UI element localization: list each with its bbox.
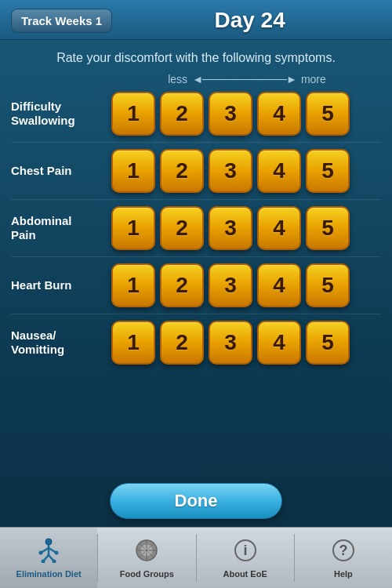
svg-text:?: ? [339,543,347,558]
rating-btn-abdominal-pain-3[interactable]: 3 [209,206,252,250]
tab-elimination-diet[interactable]: Elimination Diet [0,528,97,588]
subtitle: Rate your discomfort with the following … [11,51,381,65]
rating-buttons-chest-pain: 1 2 3 4 5 [111,149,350,193]
elimination-diet-svg [34,538,63,563]
rating-btn-heart-burn-2[interactable]: 2 [160,263,204,307]
rating-btn-heart-burn-5[interactable]: 5 [306,263,350,307]
rating-btn-difficulty-swallowing-5[interactable]: 5 [306,92,350,136]
scale-header: less ◄────────────► more [11,73,381,85]
rating-btn-difficulty-swallowing-4[interactable]: 4 [257,92,301,136]
symptom-label-abdominal-pain: AbdominalPain [11,214,111,242]
rating-btn-difficulty-swallowing-1[interactable]: 1 [111,92,155,136]
rating-btn-abdominal-pain-1[interactable]: 1 [111,206,155,250]
done-button[interactable]: Done [110,483,282,519]
food-groups-icon [134,538,159,567]
about-eoe-svg: i [233,538,258,563]
rating-btn-nausea-vomitting-1[interactable]: 1 [111,321,155,365]
scale-arrow: ◄────────────► [192,73,296,85]
rating-btn-nausea-vomitting-3[interactable]: 3 [209,321,252,365]
rating-btn-chest-pain-2[interactable]: 2 [160,149,204,193]
symptom-label-heart-burn: Heart Burn [11,278,111,292]
rating-btn-nausea-vomitting-4[interactable]: 4 [257,321,301,365]
symptom-row-abdominal-pain: AbdominalPain 1 2 3 4 5 [11,206,381,257]
main-content: Rate your discomfort with the following … [0,40,392,483]
rating-btn-heart-burn-1[interactable]: 1 [111,263,155,307]
symptom-row-difficulty-swallowing: DifficultySwallowing 1 2 3 4 5 [11,92,381,143]
food-groups-svg [134,538,159,563]
track-weeks-button[interactable]: Track Weeks 1 [11,9,112,33]
rating-btn-nausea-vomitting-5[interactable]: 5 [306,321,350,365]
tab-about-eoe-label: About EoE [223,569,267,579]
rating-btn-heart-burn-3[interactable]: 3 [209,263,252,307]
rating-btn-nausea-vomitting-2[interactable]: 2 [160,321,204,365]
rating-btn-abdominal-pain-2[interactable]: 2 [160,206,204,250]
rating-buttons-difficulty-swallowing: 1 2 3 4 5 [111,92,350,136]
app-header: Track Weeks 1 Day 24 [0,0,392,40]
symptom-label-difficulty-swallowing: DifficultySwallowing [11,100,111,128]
rating-btn-chest-pain-1[interactable]: 1 [111,149,155,193]
rating-buttons-heart-burn: 1 2 3 4 5 [111,263,350,307]
symptom-label-nausea-vomitting: Nausea/Vomitting [11,328,111,357]
symptom-row-heart-burn: Heart Burn 1 2 3 4 5 [11,263,381,314]
rating-btn-difficulty-swallowing-2[interactable]: 2 [160,92,204,136]
symptom-row-chest-pain: Chest Pain 1 2 3 4 5 [11,149,381,200]
svg-point-6 [39,551,43,555]
tab-bar: Elimination Diet Food Groups i About EoE [0,527,392,588]
svg-text:i: i [243,543,247,558]
tab-food-groups[interactable]: Food Groups [98,528,195,588]
elimination-diet-icon [34,538,63,567]
rating-btn-heart-burn-4[interactable]: 4 [257,263,301,307]
done-section: Done [0,483,392,527]
tab-food-groups-label: Food Groups [120,569,174,579]
rating-btn-chest-pain-3[interactable]: 3 [209,149,252,193]
rating-btn-chest-pain-4[interactable]: 4 [257,149,301,193]
tab-help[interactable]: ? Help [295,528,392,588]
svg-point-7 [55,551,59,555]
rating-btn-difficulty-swallowing-3[interactable]: 3 [209,92,252,136]
rating-buttons-nausea-vomitting: 1 2 3 4 5 [111,321,350,365]
help-svg: ? [331,538,356,563]
rating-btn-abdominal-pain-5[interactable]: 5 [306,206,350,250]
tab-elimination-diet-label: Elimination Diet [16,569,82,579]
rating-btn-chest-pain-5[interactable]: 5 [306,149,350,193]
day-title: Day 24 [118,8,381,33]
tab-help-label: Help [334,569,353,579]
scale-less-label: less [168,73,187,85]
symptom-label-chest-pain: Chest Pain [11,164,111,178]
svg-point-0 [45,539,52,545]
help-icon: ? [331,538,356,567]
rating-btn-abdominal-pain-4[interactable]: 4 [257,206,301,250]
tab-about-eoe[interactable]: i About EoE [197,528,294,588]
about-eoe-icon: i [233,538,258,567]
scale-more-label: more [301,73,326,85]
rating-buttons-abdominal-pain: 1 2 3 4 5 [111,206,350,250]
symptom-row-nausea-vomitting: Nausea/Vomitting 1 2 3 4 5 [11,321,381,371]
